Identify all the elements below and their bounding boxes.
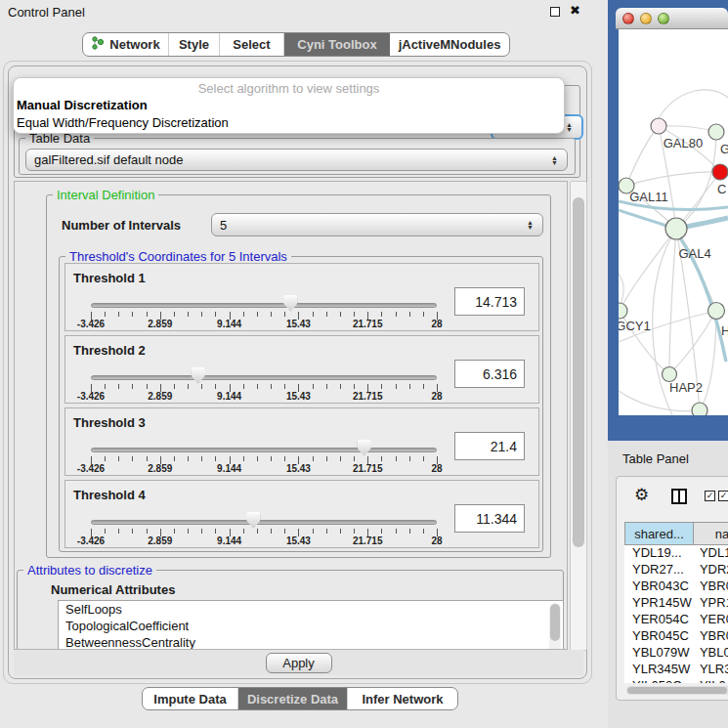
slider-tick-label: 9.144 bbox=[217, 319, 241, 329]
list-scrollbar[interactable] bbox=[549, 603, 561, 650]
slider-thumb[interactable] bbox=[283, 295, 297, 312]
table-row[interactable]: YPR145WYPR1 bbox=[624, 595, 728, 612]
slider-thumb[interactable] bbox=[246, 512, 260, 529]
table-row[interactable]: YIL053CYIL0 bbox=[624, 678, 728, 683]
algorithm-option-manual[interactable]: Manual Discretization bbox=[14, 97, 564, 114]
cell-shared-name[interactable]: YDL19... bbox=[624, 545, 694, 562]
slider-track[interactable] bbox=[91, 375, 437, 380]
table-row[interactable]: YER054CYER0 bbox=[624, 612, 728, 628]
attribute-list-item[interactable]: SelfLoops bbox=[59, 601, 563, 618]
algorithm-option-equal-width[interactable]: Equal Width/Frequency Discretization bbox=[14, 114, 564, 132]
table-row[interactable]: YDL19...YDL1 bbox=[624, 545, 728, 562]
tab-select[interactable]: Select bbox=[220, 33, 284, 56]
slider-ticks bbox=[91, 456, 437, 464]
mac-minimize-button[interactable] bbox=[640, 13, 652, 24]
gear-icon[interactable]: ⚙ bbox=[634, 487, 649, 503]
slider-tick-label: 9.144 bbox=[217, 535, 241, 546]
cell-shared-name[interactable]: YDR27... bbox=[624, 562, 694, 578]
settings-scroll-viewport: Interval Definition Number of Intervals … bbox=[14, 181, 568, 650]
numerical-attributes-list[interactable]: SelfLoopsTopologicalCoefficientBetweenne… bbox=[58, 600, 564, 650]
cell-name[interactable]: YDL1 bbox=[694, 545, 728, 562]
table-row[interactable]: YBR043CYBR0 bbox=[624, 578, 728, 595]
table-row[interactable]: YDR27...YDR2 bbox=[624, 562, 728, 578]
cell-name[interactable]: YER0 bbox=[694, 612, 728, 628]
algorithm-dropdown-popup: Select algorithm to view settings Manual… bbox=[13, 77, 565, 134]
checkbox-icon[interactable]: ✓ bbox=[718, 491, 728, 501]
cell-shared-name[interactable]: YBL079W bbox=[624, 645, 694, 662]
threshold-value-field[interactable]: 6.316 bbox=[454, 360, 525, 388]
slider-tick-label: 2.859 bbox=[148, 535, 172, 546]
attribute-list-item[interactable]: TopologicalCoefficient bbox=[59, 618, 563, 634]
tab-network[interactable]: Network bbox=[83, 33, 169, 56]
threshold-value-field[interactable]: 11.344 bbox=[454, 504, 525, 533]
network-node[interactable] bbox=[708, 124, 724, 140]
network-node-label: HAP2 bbox=[669, 380, 703, 395]
slider-thumb[interactable] bbox=[358, 440, 371, 456]
cell-shared-name[interactable]: YLR345W bbox=[624, 662, 694, 678]
column-header-shared-name[interactable]: shared... bbox=[624, 522, 694, 545]
slider-tick-label: 15.43 bbox=[286, 391, 311, 402]
tab-discretize-data[interactable]: Discretize Data bbox=[238, 688, 348, 709]
cell-name[interactable]: YBR0 bbox=[694, 578, 728, 595]
list-scrollbar-thumb[interactable] bbox=[550, 604, 560, 641]
cell-name[interactable]: YBR0 bbox=[694, 628, 728, 645]
slider-track[interactable] bbox=[91, 520, 437, 525]
close-icon[interactable]: ✖ bbox=[570, 3, 580, 18]
cell-name[interactable]: YDR2 bbox=[694, 562, 728, 578]
threshold-value-field[interactable]: 14.713 bbox=[454, 287, 525, 316]
network-node-label: GAL11 bbox=[629, 190, 668, 204]
network-canvas[interactable]: GAL80GACGAL11GAL4GCY1HHAP2 bbox=[619, 29, 728, 415]
table-row[interactable]: YBR045CYBR0 bbox=[624, 628, 728, 645]
network-node[interactable] bbox=[712, 164, 728, 180]
cell-shared-name[interactable]: YPR145W bbox=[624, 595, 694, 612]
network-window-titlebar[interactable] bbox=[616, 8, 728, 29]
table-data-combobox[interactable]: galFiltered.sif default node ▲▼ bbox=[25, 149, 568, 171]
table-row[interactable]: YLR345WYLR3 bbox=[624, 662, 728, 678]
cell-name[interactable]: YPR1 bbox=[694, 595, 728, 612]
combo-arrows-icon: ▲▼ bbox=[566, 122, 573, 132]
network-node[interactable] bbox=[665, 218, 687, 239]
checkbox-icon[interactable]: ✓ bbox=[705, 491, 715, 501]
threshold-title: Threshold 3 bbox=[73, 415, 146, 430]
attribute-list-item[interactable]: BetweennessCentrality bbox=[59, 634, 563, 650]
network-node[interactable] bbox=[619, 303, 627, 319]
slider-tick-label: 2.859 bbox=[148, 391, 172, 402]
column-header-name[interactable]: na bbox=[694, 522, 728, 545]
tab-infer-network[interactable]: Infer Network bbox=[348, 688, 457, 709]
table-hscrollbar[interactable] bbox=[626, 686, 728, 695]
cyni-toolbox-panel: Discretization Algorithm ▲▼ Table Data g… bbox=[8, 65, 587, 679]
float-window-icon[interactable] bbox=[550, 7, 560, 17]
cell-name[interactable]: YIL0 bbox=[694, 678, 728, 683]
slider-tick-label: 21.715 bbox=[353, 463, 383, 474]
network-node[interactable] bbox=[651, 118, 666, 134]
mac-close-button[interactable] bbox=[622, 13, 634, 24]
network-edge bbox=[659, 90, 728, 118]
cell-shared-name[interactable]: YBR045C bbox=[624, 628, 694, 645]
table-data-group: Table Data galFiltered.sif default node … bbox=[19, 138, 576, 175]
network-node-label: GCY1 bbox=[619, 319, 651, 333]
cell-shared-name[interactable]: YBR043C bbox=[624, 578, 694, 595]
cell-shared-name[interactable]: YER054C bbox=[624, 612, 694, 628]
tab-cyni-toolbox[interactable]: Cyni Toolbox bbox=[284, 33, 390, 56]
apply-button[interactable]: Apply bbox=[266, 653, 332, 673]
slider-track[interactable] bbox=[91, 303, 437, 308]
apply-row: Apply bbox=[14, 650, 583, 675]
split-view-icon[interactable] bbox=[671, 489, 687, 504]
tab-jactivemnodules[interactable]: jActiveMNodules bbox=[390, 33, 509, 56]
cell-shared-name[interactable]: YIL053C bbox=[624, 678, 694, 683]
table-row[interactable]: YBL079WYBL0 bbox=[624, 645, 728, 662]
slider-track[interactable] bbox=[91, 448, 437, 452]
tab-style[interactable]: Style bbox=[169, 33, 220, 56]
network-node[interactable] bbox=[708, 303, 725, 320]
cell-name[interactable]: YLR3 bbox=[694, 662, 728, 678]
threshold-value-field[interactable]: 21.4 bbox=[454, 432, 525, 460]
settings-scrollbar[interactable] bbox=[570, 181, 587, 651]
cell-name[interactable]: YBL0 bbox=[694, 645, 728, 662]
tab-impute-data[interactable]: Impute Data bbox=[143, 688, 238, 709]
settings-scrollbar-thumb[interactable] bbox=[573, 197, 584, 547]
network-node[interactable] bbox=[692, 403, 707, 415]
number-of-intervals-combobox[interactable]: 5 ▲▼ bbox=[211, 213, 543, 236]
mac-zoom-button[interactable] bbox=[658, 13, 669, 24]
slider-thumb[interactable] bbox=[192, 367, 205, 384]
table-hscrollbar-thumb[interactable] bbox=[627, 687, 727, 694]
